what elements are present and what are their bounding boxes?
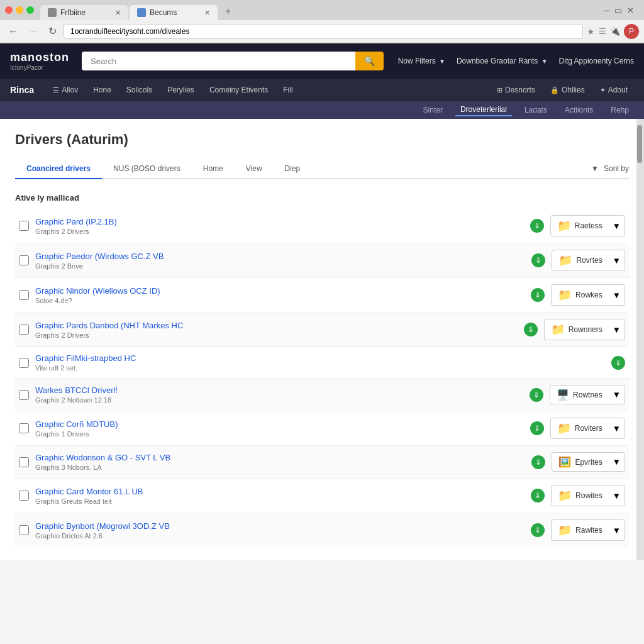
driver-checkbox-6[interactable]	[19, 390, 29, 400]
driver-download-3[interactable]: ⇓	[531, 288, 545, 302]
action-btn-4[interactable]: 📁 Rownners	[544, 319, 609, 340]
action-btn-1[interactable]: 📁 Raetess	[550, 215, 609, 236]
main-nav-ohllies[interactable]: 🔒 Ohllies	[544, 82, 591, 98]
sec-nav-sinter[interactable]: Sinter	[418, 104, 448, 116]
tab-home[interactable]: Home	[192, 159, 235, 179]
action-btn-10[interactable]: 📁 Rawites	[551, 519, 609, 541]
driver-checkbox-3[interactable]	[19, 290, 29, 300]
header-nav-downloads[interactable]: Downboe Graotar Rants ▼	[457, 57, 548, 65]
driver-name-5[interactable]: Graphic FilMki-strapbed HC	[35, 353, 605, 363]
bookmark-icon[interactable]: ★	[587, 26, 595, 36]
driver-name-10[interactable]: Graphic Bynbort (Mogrowl 3OD.Z VB	[35, 521, 525, 531]
action-btn-6[interactable]: 🖥️ Rowtnes	[550, 385, 609, 404]
driver-name-8[interactable]: Graphic Wodorison & GO - SVT L VB	[35, 453, 525, 462]
tab2-close[interactable]: ✕	[204, 9, 210, 17]
header-nav-filters[interactable]: Now Filters ▼	[398, 57, 445, 65]
window-minimize-icon[interactable]: ─	[604, 6, 609, 15]
browser-tab-1[interactable]: Frfbiine ✕	[40, 5, 128, 20]
driver-checkbox-7[interactable]	[19, 423, 29, 433]
driver-checkbox-2[interactable]	[19, 255, 29, 265]
search-icon: 🔍	[364, 56, 375, 66]
action-dropdown-4[interactable]: ▼	[609, 319, 625, 340]
driver-download-9[interactable]: ⇓	[531, 489, 545, 502]
logo-text[interactable]: manoston	[10, 51, 69, 64]
action-btn-8[interactable]: 🖼️ Epvrites	[552, 452, 608, 472]
driver-download-10[interactable]: ⇓	[531, 523, 545, 537]
header-nav-apps[interactable]: Ditg Appionenty Cerns	[559, 57, 634, 65]
tab1-close[interactable]: ✕	[115, 9, 121, 17]
tab-nus-boso[interactable]: NUS (BOSO drivers	[102, 159, 192, 179]
action-dropdown-9[interactable]: ▼	[609, 485, 625, 506]
driver-name-7[interactable]: Graphic Corñ MDTUB)	[35, 419, 524, 429]
sec-nav-actiionts[interactable]: Actiionts	[560, 104, 598, 116]
driver-download-7[interactable]: ⇓	[530, 421, 544, 435]
window-close-btn[interactable]	[5, 6, 13, 14]
browser-tab-2[interactable]: Becums ✕	[130, 5, 218, 20]
action-btn-2[interactable]: 📁 Rovrtes	[552, 250, 608, 271]
back-btn[interactable]: ←	[5, 24, 21, 39]
search-button[interactable]: 🔍	[355, 52, 384, 70]
driver-name-9[interactable]: Graphic Card Montor 61.L UB	[35, 487, 525, 496]
sec-nav-ladats[interactable]: Ladats	[519, 104, 552, 116]
action-dropdown-7[interactable]: ▼	[609, 418, 625, 439]
driver-download-2[interactable]: ⇓	[531, 253, 545, 267]
secondary-nav: Sinter Droveterleriial Ladats Actiionts …	[0, 101, 644, 119]
reader-icon: ☰	[599, 26, 606, 36]
action-dropdown-8[interactable]: ▼	[609, 452, 625, 472]
sec-nav-droveterleriial[interactable]: Droveterleriial	[455, 104, 512, 116]
driver-sub-5: Vite udt 2 set.	[35, 364, 605, 372]
driver-checkbox-4[interactable]	[19, 325, 29, 335]
main-nav-brand[interactable]: Rinca	[10, 85, 34, 95]
main-nav-hone[interactable]: Hone	[87, 82, 118, 98]
driver-checkbox-9[interactable]	[19, 491, 29, 501]
main-nav-comeiny[interactable]: Comeiny Etivents	[203, 82, 274, 98]
main-nav-desnorts[interactable]: ⊞ Desnorts	[491, 82, 541, 98]
action-dropdown-10[interactable]: ▼	[609, 519, 625, 541]
tab-coancired-drivers[interactable]: Coancired drivers	[15, 159, 102, 179]
sec-nav-rehp[interactable]: Rehp	[606, 104, 634, 116]
new-tab-btn[interactable]: +	[219, 3, 237, 20]
scroll-track[interactable]	[636, 119, 644, 560]
action-dropdown-2[interactable]: ▼	[609, 250, 625, 271]
main-nav-fill[interactable]: Fill	[277, 82, 299, 98]
driver-download-5[interactable]: ⇓	[611, 356, 625, 370]
driver-download-8[interactable]: ⇓	[531, 455, 545, 469]
driver-name-4[interactable]: Graphic Pards Danbod (NHT Markes HC	[35, 321, 518, 330]
driver-name-3[interactable]: Graphic Nindor (Wiellows OCZ ID)	[35, 286, 525, 296]
driver-download-4[interactable]: ⇓	[524, 323, 538, 336]
driver-checkbox-8[interactable]	[19, 457, 29, 467]
action-btn-9[interactable]: 📁 Rowites	[551, 485, 609, 506]
window-maximize-icon[interactable]: ▭	[614, 6, 622, 15]
sort-by[interactable]: Sonl by	[604, 164, 629, 173]
action-dropdown-1[interactable]: ▼	[609, 215, 625, 236]
main-nav-solicols[interactable]: Solicols	[120, 82, 158, 98]
profile-icon[interactable]: P	[624, 24, 639, 39]
main-nav-perylies[interactable]: Perylies	[161, 82, 201, 98]
window-close-icon[interactable]: ✕	[627, 6, 634, 15]
reload-btn[interactable]: ↻	[45, 23, 60, 39]
driver-download-1[interactable]: ⇓	[530, 219, 544, 233]
driver-name-2[interactable]: Graphic Paedor (Wirdows GC.Z VB	[35, 252, 525, 261]
driver-checkbox-10[interactable]	[19, 525, 29, 535]
window-max-btn[interactable]	[26, 6, 34, 14]
url-bar[interactable]	[64, 24, 583, 39]
search-input[interactable]	[82, 52, 355, 70]
main-nav-allov[interactable]: ☰ Allov	[47, 82, 84, 98]
tab-diep[interactable]: Diep	[274, 159, 312, 179]
extension-icon[interactable]: 🔌	[610, 26, 620, 36]
action-btn-7[interactable]: 📁 Roviters	[550, 418, 609, 439]
action-dropdown-6[interactable]: ▼	[609, 385, 625, 404]
window-min-btn[interactable]	[16, 6, 23, 14]
scroll-thumb[interactable]	[637, 125, 642, 163]
action-dropdown-3[interactable]: ▼	[609, 284, 625, 306]
forward-btn[interactable]: →	[25, 24, 42, 39]
action-btn-3[interactable]: 📁 Rowkes	[551, 284, 609, 306]
driver-checkbox-5[interactable]	[19, 358, 29, 368]
tab-view[interactable]: View	[235, 159, 274, 179]
driver-name-1[interactable]: Graphic Pard (IP.2.1B)	[35, 217, 524, 226]
driver-name-6[interactable]: Warkes BTCCI Driverl!	[35, 386, 523, 395]
main-nav-adout[interactable]: ✦ Adout	[594, 82, 634, 98]
driver-download-6[interactable]: ⇓	[530, 388, 543, 402]
driver-checkbox-1[interactable]	[19, 221, 29, 231]
action-label-8: Epvrites	[575, 458, 602, 467]
